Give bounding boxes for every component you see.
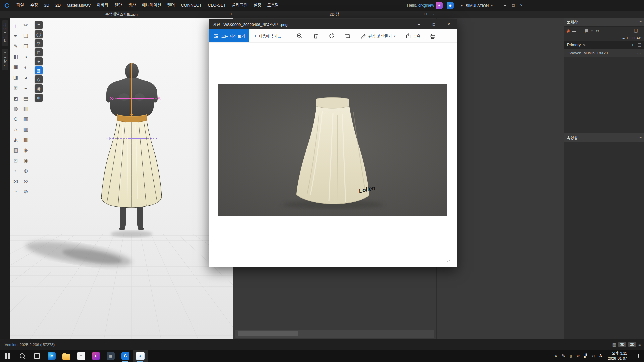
view-all-photos-button[interactable]: 모든 사진 보기 — [209, 29, 249, 42]
float-window-icon[interactable]: ❐ — [424, 11, 427, 18]
brush-tool[interactable]: ◧ — [11, 52, 20, 61]
network-signal-icon[interactable]: ▞ — [582, 354, 589, 358]
start-button[interactable] — [0, 350, 15, 362]
avatar-tool[interactable]: ◭ — [11, 135, 20, 144]
clo-logo-icon[interactable]: C — [3, 2, 11, 10]
photos-titlebar[interactable]: 사진 - WSK0009_20220406_패널스커트.png – □ × — [209, 19, 457, 29]
menu-item[interactable]: 수정 — [27, 0, 41, 11]
fold-arrangement-tool[interactable]: ◩ — [11, 94, 20, 103]
show-bounding-volume-icon[interactable]: □ — [35, 48, 43, 56]
print-layout-tool[interactable]: ▧ — [21, 115, 30, 123]
crop-button[interactable] — [344, 33, 351, 39]
show-style-icon[interactable]: ◇ — [35, 75, 43, 83]
ime-indicator[interactable]: A — [597, 354, 605, 358]
skirt-photo[interactable]: Lollen — [218, 84, 447, 216]
dart-tool[interactable]: ◑ — [21, 52, 30, 61]
steam-tool[interactable]: ⊞ — [11, 83, 20, 92]
account-greeting[interactable]: Hello, crkginew — [407, 0, 434, 11]
remove-point-tool[interactable]: ⊘ — [21, 177, 30, 186]
texture-tool[interactable]: ◍ — [11, 104, 20, 113]
loop-tool[interactable]: ⊚ — [21, 187, 30, 196]
tab-2d-window[interactable]: 2D 창 — [330, 11, 339, 18]
menu-item[interactable]: 2D — [52, 0, 64, 11]
menu-item[interactable]: 렌더 — [164, 0, 178, 11]
dock-tab-favorites[interactable]: 즐겨찾기 — [2, 49, 8, 70]
rotate-view-tool[interactable]: ◔ — [11, 187, 20, 196]
fabric-list-item[interactable]: _Woven_Muslin_18X20 ⋯ — [564, 49, 644, 57]
clo-set-icon[interactable]: ◆ — [447, 2, 454, 9]
texture-map-tool[interactable]: ▥ — [21, 104, 30, 113]
3d-viewport[interactable]: ↓✒✎◧▣◨⊞◩◍⊙⌂◭▦⊡≈⋈◔ ✂❏❐◑◐◕◒▤▥▧▨▩◈◉⊕⊘⊚ ≡◯▽□… — [10, 18, 233, 339]
maximize-button[interactable]: □ — [509, 0, 517, 11]
expand-photo-button[interactable] — [445, 257, 452, 265]
menu-item[interactable]: 3D — [41, 0, 52, 11]
menu-item[interactable]: 도움말 — [264, 0, 282, 11]
pen-input-icon[interactable]: ✎ — [560, 354, 567, 358]
simulation-mode-select[interactable]: ▼ SIMULATION ▾ — [460, 0, 493, 11]
more-button[interactable]: ⋯ — [445, 33, 450, 39]
hamburger-menu-icon[interactable]: ≡ — [640, 135, 642, 139]
menu-item[interactable]: 아바타 — [94, 0, 112, 11]
battery-icon[interactable]: ▯ — [567, 354, 575, 358]
sewing-3d-tool[interactable]: ▣ — [11, 63, 20, 71]
menu-item[interactable]: 플러그인 — [229, 0, 251, 11]
share-button[interactable]: 공유 — [405, 33, 420, 39]
fabric-tool[interactable]: ▤ — [21, 94, 30, 103]
3d-scene-canvas[interactable] — [10, 18, 233, 339]
scene-icon[interactable]: ◉ — [566, 28, 570, 33]
show-arrangement-points-icon[interactable]: ▽ — [35, 39, 43, 47]
hidden-icons-icon[interactable]: ∧ — [552, 354, 560, 358]
button-icon[interactable]: ◌ — [591, 28, 593, 33]
menu-item[interactable]: 애니메이션 — [139, 0, 164, 11]
scrollbar-thumb[interactable] — [238, 331, 298, 336]
more-options-icon[interactable]: ⋯ — [637, 51, 641, 55]
mesh-tool[interactable]: ▦ — [11, 146, 20, 155]
add-to-button[interactable]: + 다음에 추가... — [249, 33, 286, 39]
close-button[interactable]: × — [441, 19, 457, 29]
zoom-button[interactable] — [296, 33, 303, 39]
topstitch-icon[interactable]: ✂ — [596, 28, 599, 33]
photos-app-icon[interactable]: ▲ — [133, 350, 148, 362]
edit-pattern-tool[interactable]: ✂ — [21, 21, 30, 30]
grading-tool[interactable]: ◒ — [21, 83, 30, 92]
edit-pencil-icon[interactable]: ✎ — [583, 43, 586, 47]
notepad-icon[interactable]: ≡ — [74, 350, 89, 362]
pin-tool[interactable]: ◨ — [11, 73, 20, 82]
add-folder-icon[interactable]: ❏ — [634, 28, 638, 33]
home-view-tool[interactable]: ⌂ — [11, 125, 20, 134]
layout-menu-icon[interactable]: ≡ — [638, 342, 641, 347]
clofab-row[interactable]: ☁ CLOFAB — [564, 35, 644, 41]
primary-fabric-row[interactable]: Primary ✎ + ❏ — [564, 41, 644, 49]
puckering-tool[interactable]: ▩ — [21, 135, 30, 144]
action-center-button[interactable] — [630, 354, 642, 358]
show-tape-icon[interactable]: ▧ — [35, 66, 43, 74]
download-library-tool[interactable]: ↓ — [11, 21, 20, 30]
grid-view-icon[interactable]: ▦ — [612, 342, 616, 347]
menu-item[interactable]: Materials/UV — [64, 0, 94, 11]
avatar-skin-icon[interactable]: ◉ — [35, 84, 43, 93]
ai-assistant-icon[interactable]: ✦ — [436, 2, 443, 9]
task-view-button[interactable] — [30, 350, 44, 362]
edge-browser-icon[interactable]: e — [44, 350, 59, 362]
dock-tab-library[interactable]: 라이브러리 — [2, 20, 8, 46]
select-move-tool[interactable]: ✎ — [11, 42, 20, 51]
add-measurement-icon[interactable]: + — [35, 57, 43, 65]
maximize-button[interactable]: □ — [426, 19, 441, 29]
delete-button[interactable] — [312, 33, 319, 39]
garment-icon[interactable]: ▬ — [572, 28, 576, 33]
taskbar-clock[interactable]: 오후 3:11 2026-01-07 — [608, 351, 627, 361]
print-button[interactable] — [430, 33, 436, 39]
fabric-icon[interactable]: ▤ — [585, 28, 588, 33]
edit-create-button[interactable]: 편집 및 만들기 ∨ — [361, 33, 396, 39]
badge-2d[interactable]: 2D — [628, 342, 636, 347]
show-globe-icon[interactable]: ⊕ — [35, 94, 43, 102]
menu-item[interactable]: 설정 — [251, 0, 264, 11]
globe-icon[interactable]: ⊕ — [575, 354, 582, 358]
horizontal-scrollbar[interactable] — [235, 330, 434, 338]
show-avatar-icon[interactable]: ◯ — [35, 30, 43, 38]
notch-tool[interactable]: ◐ — [21, 63, 30, 71]
seam-allowance-tool[interactable]: ◕ — [21, 73, 30, 82]
stitch-tool[interactable]: ⊡ — [11, 156, 20, 165]
add-fabric-icon[interactable]: + — [631, 43, 634, 47]
calculator-icon[interactable]: ▦ — [103, 350, 118, 362]
